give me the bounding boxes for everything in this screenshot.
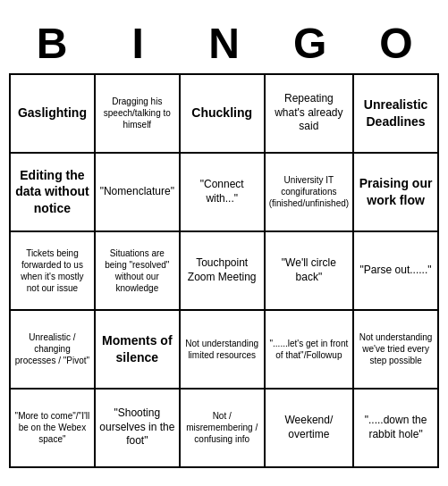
- bingo-cell-7: "Connect with...": [181, 154, 266, 232]
- bingo-cell-24: ".....down the rabbit hole": [354, 390, 439, 468]
- bingo-cell-1: Dragging his speech/talking to himself: [96, 75, 181, 154]
- bingo-cell-5: Editing the data without notice: [11, 154, 96, 232]
- bingo-cell-21: "Shooting ourselves in the foot": [96, 390, 181, 468]
- bingo-cell-3: Repeating what's already said: [266, 75, 355, 154]
- bingo-cell-20: "More to come"/"I'll be on the Webex spa…: [11, 390, 96, 468]
- bingo-cell-4: Unrealistic Deadlines: [354, 75, 439, 154]
- bingo-cell-0: Gaslighting: [11, 75, 96, 154]
- bingo-cell-13: "We'll circle back": [266, 232, 355, 311]
- bingo-cell-10: Tickets being forwarded to us when it's …: [11, 232, 96, 311]
- bingo-cell-22: Not / misremembering / confusing info: [181, 390, 266, 468]
- bingo-cell-8: University IT congifurations (finished/u…: [266, 154, 355, 232]
- bingo-grid: GaslightingDragging his speech/talking t…: [9, 73, 439, 468]
- bingo-cell-23: Weekend/ overtime: [266, 390, 355, 468]
- bingo-cell-18: "......let's get in front of that"/Follo…: [266, 311, 355, 390]
- bingo-card: BINGO GaslightingDragging his speech/tal…: [0, 10, 448, 477]
- bingo-letter-o: O: [357, 19, 435, 68]
- bingo-cell-6: "Nomenclature": [96, 154, 181, 232]
- bingo-title: BINGO: [9, 19, 439, 68]
- bingo-cell-14: "Parse out......": [354, 232, 439, 311]
- bingo-cell-17: Not understanding limited resources: [181, 311, 266, 390]
- bingo-letter-g: G: [271, 19, 350, 68]
- bingo-cell-2: Chuckling: [181, 75, 266, 154]
- bingo-cell-19: Not understanding we've tried every step…: [354, 311, 439, 390]
- bingo-cell-16: Moments of silence: [96, 311, 181, 390]
- bingo-letter-b: B: [13, 19, 91, 68]
- bingo-cell-9: Praising our work flow: [354, 154, 439, 232]
- bingo-cell-11: Situations are being "resolved" without …: [96, 232, 181, 311]
- bingo-cell-12: Touchpoint Zoom Meeting: [181, 232, 266, 311]
- bingo-letter-n: N: [184, 19, 263, 68]
- bingo-cell-15: Unrealistic / changing processes / "Pivo…: [11, 311, 96, 390]
- bingo-letter-i: I: [98, 19, 177, 68]
